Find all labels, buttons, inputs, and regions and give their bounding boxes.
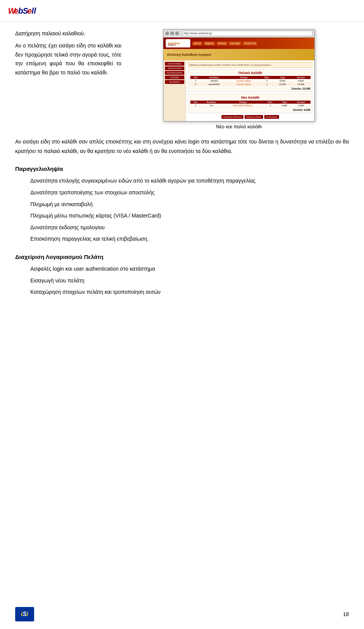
btn-keep-old[interactable]: Κράτηση Παλαιού — [221, 115, 243, 119]
banner-text: Επιλογή Καλαθιού Αγορών — [167, 53, 211, 57]
nav-item-kalathi: ΚΑΛΑΘΙ — [229, 41, 242, 46]
table-row: 2 ebook0029 Εκπαιδ. βιβλίο 1 15,00€ 15,0… — [190, 83, 311, 86]
websell-logo: W e b S e ll — [8, 3, 38, 18]
cell-aa: 1 — [190, 79, 201, 83]
cell-kod: Χ-Λ — [201, 104, 222, 107]
nav-item-efim: ΕΦΗΜ — [217, 41, 228, 46]
nav-item-vivlia: ΒΙΒΛΙΑ — [204, 41, 215, 46]
section2-items: Ασφαλές login και user authentication στ… — [15, 264, 349, 297]
section1-item-1: Δυνατότητα επιλογής συγκεκριμένων ειδών … — [30, 176, 349, 186]
isi-letter-i2: i — [27, 611, 28, 617]
site-content-mock: ΚΑΤΗΓΟΡΙΕΣ ΑΝΑΖΗΤΗΣΗ ΛΟΓΑΡΙΑΣΜΟΣ ΚΑΛΑΘΙ … — [163, 60, 314, 121]
browser-toolbar: http://www.websell.gr — [163, 30, 314, 38]
th-onoma: Όνομα — [227, 76, 260, 79]
site-header-mock: Le arning Support ΑΡΧΗ ΒΙΒΛΙΑ ΕΦΗΜ ΚΑΛΑΘ… — [163, 38, 314, 49]
section1-item-3: Πληρωμή με αντικαταβολή — [30, 199, 349, 210]
isi-logo: iSi — [15, 607, 34, 621]
nav-item-forum: ΦΟΡΟΥΜ — [243, 41, 257, 46]
section1-title: Παραγγελιοληψία — [15, 166, 349, 172]
image-caption: Νέο και παλιό καλάθι — [216, 124, 262, 129]
cell-qty: 1 — [260, 79, 274, 83]
browser-body: Le arning Support ΑΡΧΗ ΒΙΒΛΙΑ ΕΦΗΜ ΚΑΛΑΘ… — [163, 38, 314, 121]
isi-letter-i1: i — [21, 611, 22, 617]
svg-text:Support: Support — [168, 44, 176, 46]
th-aa: Α/Α — [190, 76, 201, 79]
cell-price: 15,00€ — [274, 83, 292, 86]
th-aa2: Α/Α — [190, 101, 201, 104]
logo: W e b S e ll — [8, 3, 38, 18]
cell-aa: 2 — [190, 83, 201, 86]
cell-price: 8,50€ — [274, 79, 292, 83]
th-timh: Τιμή — [274, 76, 292, 79]
table-row: 1 sf4a5r5 Σχολικό βιβλίο 1 8,50€ 8,50€ — [190, 79, 311, 83]
th-syn2: Σύνολο — [292, 101, 310, 104]
btn-merge[interactable]: Ενοποίηση — [264, 115, 279, 119]
th-kod: Κωδικός — [201, 76, 227, 79]
cart-title-old: Παλαιό Καλάθι — [190, 71, 311, 75]
new-cart-section: Νέο Καλάθι Α/Α Κωδικός Όνομα Ποσ. — [188, 94, 312, 113]
cart-table-old: Α/Α Κωδικός Όνομα Ποσ. Τιμή Σύνολο — [190, 76, 311, 86]
cell-name: Σχολικό βιβλίο — [227, 79, 260, 83]
nav-item-arxh: ΑΡΧΗ — [192, 41, 202, 46]
left-text-block: Διατήρηση παλαιού καλαθιού. Αν ο πελάτης… — [15, 29, 121, 129]
isi-text: iSi — [21, 611, 28, 618]
section1-item-5: Δυνατότητα έκδοσης τιμολογίου — [30, 222, 349, 233]
site-main-mock: Βρέθηκε αποθηκευμένο καλάθι. Επιλέξτε πο… — [186, 60, 314, 121]
svg-text:e: e — [14, 6, 19, 16]
th-syn: Σύνολο — [291, 76, 310, 79]
cell-total: 8,50€ — [291, 79, 310, 83]
cart-title-new: Νέο Καλάθι — [190, 96, 311, 99]
th-onoma2: Όνομα — [222, 101, 264, 104]
section2-item-2: Εισαγωγή νέου πελάτη — [30, 276, 349, 286]
section1-item-6: Επισκόπηση παραγγελίας και τελική επιβεβ… — [30, 234, 349, 244]
page-number: 18 — [343, 611, 349, 617]
browser-btn-2 — [170, 32, 174, 35]
main-content: Διατήρηση παλαιού καλαθιού. Αν ο πελάτης… — [0, 22, 364, 306]
th-timh2: Τιμή — [277, 101, 292, 104]
cell-price: 9,50€ — [277, 104, 292, 107]
top-section: Διατήρηση παλαιού καλαθιού. Αν ο πελάτης… — [15, 29, 349, 129]
sidebar-mock-4: ΚΑΛΑΘΙ — [165, 76, 184, 79]
th-kod2: Κωδικός — [201, 101, 222, 104]
table-row: 1 Χ-Λ ΕΚΔΟΣΕΙΣ ΒΙΒΛΙΟ 1 9,50€ 9,50€ — [190, 104, 311, 107]
cart-total-old: Σύνολο: 23,50€ — [190, 87, 311, 90]
footer: iSi 18 — [0, 607, 364, 621]
cell-qty: 1 — [264, 104, 277, 107]
section1-item-2: Δυνατότητα τροποποίησης των στοιχείων απ… — [30, 188, 349, 198]
browser-mockup: http://www.websell.gr Le arning Support — [163, 29, 315, 121]
section1-items: Δυνατότητα επιλογής συγκεκριμένων ειδών … — [15, 176, 349, 244]
section-paraggeliohlepsia: Παραγγελιοληψία Δυνατότητα επιλογής συγκ… — [15, 164, 349, 246]
cart-table-new: Α/Α Κωδικός Όνομα Ποσ. Τιμή Σύνολο — [190, 101, 311, 107]
paragraph-diatirhsh: Διατήρηση παλαιού καλαθιού. — [15, 29, 121, 38]
cell-kod: sf4a5r5 — [201, 79, 227, 83]
section2-item-3: Καταχώρηση στοιχείων πελάτη και τροποποί… — [30, 287, 349, 297]
section2-item-1: Ασφαλές login και user authentication στ… — [30, 264, 349, 274]
cart-section-new: Νέο Καλάθι Α/Α Κωδικός Όνομα Ποσ. — [188, 94, 312, 113]
section2-title: Διαχείριση Λογαριασμού Πελάτη — [15, 254, 349, 260]
cart-total-new: Σύνολο: 9,50€ — [190, 109, 311, 111]
cell-total: 15,00€ — [291, 83, 310, 86]
header: W e b S e ll — [0, 0, 364, 22]
sidebar-mock-3: ΛΟΓΑΡΙΑΣΜΟΣ — [165, 71, 184, 75]
site-nav-mock: ΑΡΧΗ ΒΙΒΛΙΑ ΕΦΗΜ ΚΑΛΑΘΙ ΦΟΡΟΥΜ — [192, 41, 257, 46]
site-banner-mock: Επιλογή Καλαθιού Αγορών — [163, 49, 314, 60]
cell-kod: ebook0029 — [201, 83, 227, 86]
right-image-block: http://www.websell.gr Le arning Support — [129, 29, 349, 129]
th-pos: Ποσ. — [260, 76, 274, 79]
body-paragraph: Αν εισάγει είδη στο καλάθι σαν απλός επι… — [15, 137, 349, 156]
section1-item-4: Πληρωμή μέσω πιστωτικής κάρτας (VISA / M… — [30, 211, 349, 221]
sidebar-mock-1: ΚΑΤΗΓΟΡΙΕΣ — [165, 62, 184, 66]
browser-btn-1 — [165, 32, 169, 35]
isi-box: iSi — [15, 607, 34, 621]
info-box: Βρέθηκε αποθηκευμένο καλάθι. Επιλέξτε πο… — [188, 62, 312, 68]
cell-name: Εκπαιδ. βιβλίο — [227, 83, 260, 86]
svg-text:ll: ll — [31, 6, 36, 16]
sidebar-mock-5: ΒΟΗΘΕΙΑ — [165, 80, 184, 84]
paragraph-an-pelaths: Αν ο πελάτης έχει εισάγει είδη στο καλάθ… — [15, 41, 121, 77]
cell-aa: 1 — [190, 104, 201, 107]
svg-text:e: e — [27, 6, 32, 16]
section-diaxeirish: Διαχείριση Λογαριασμού Πελάτη Ασφαλές lo… — [15, 252, 349, 299]
site-sidebar-mock: ΚΑΤΗΓΟΡΙΕΣ ΑΝΑΖΗΤΗΣΗ ΛΟΓΑΡΙΑΣΜΟΣ ΚΑΛΑΘΙ … — [163, 60, 186, 121]
svg-text:b: b — [18, 6, 23, 16]
btn-keep-new[interactable]: Κράτηση Νέου — [245, 115, 263, 119]
